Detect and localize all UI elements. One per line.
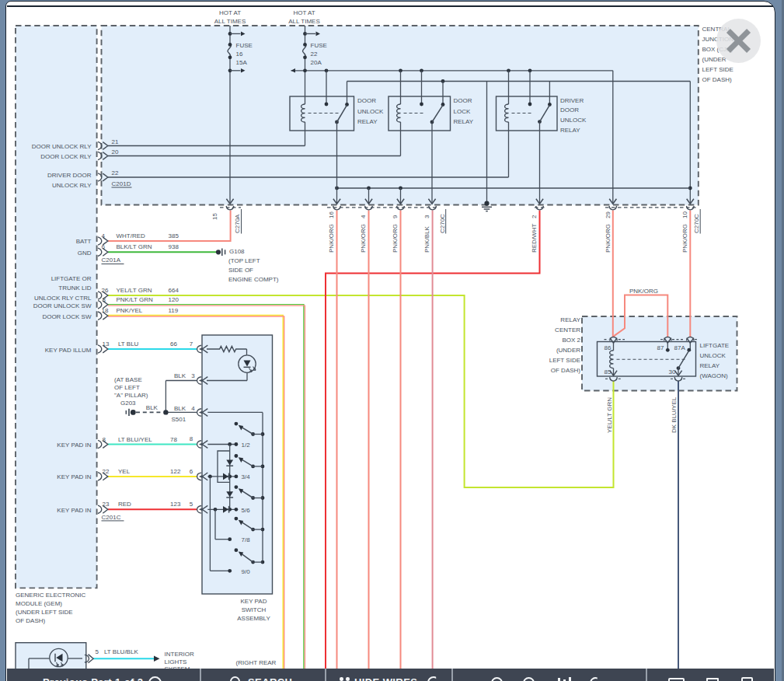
svg-text:KEY PAD ILLUM: KEY PAD ILLUM — [45, 347, 92, 354]
svg-text:LIFTGATE OR: LIFTGATE OR — [51, 275, 92, 282]
svg-text:UNLOCK: UNLOCK — [700, 352, 727, 359]
svg-text:S501: S501 — [172, 416, 186, 423]
svg-text:119: 119 — [169, 307, 179, 314]
svg-text:C270C: C270C — [439, 214, 446, 233]
svg-text:BATT: BATT — [76, 238, 92, 245]
svg-text:UNLOCK RLY: UNLOCK RLY — [52, 182, 92, 189]
svg-text:DOOR LOCK SW: DOOR LOCK SW — [42, 313, 92, 320]
svg-text:22: 22 — [103, 468, 110, 475]
svg-text:15: 15 — [211, 213, 218, 220]
svg-text:PNK/LT GRN: PNK/LT GRN — [117, 296, 153, 303]
svg-text:ALL TIMES: ALL TIMES — [288, 18, 319, 25]
svg-text:6: 6 — [102, 243, 106, 250]
svg-text:FUSE: FUSE — [236, 42, 253, 49]
svg-text:LT BLU/BLK: LT BLU/BLK — [104, 648, 138, 655]
svg-text:HOT AT: HOT AT — [219, 9, 241, 16]
svg-text:4: 4 — [102, 232, 106, 239]
svg-text:9: 9 — [392, 215, 399, 218]
svg-text:PNK/ORG: PNK/ORG — [629, 288, 658, 295]
svg-text:3: 3 — [423, 215, 430, 218]
svg-text:BOX 2: BOX 2 — [562, 337, 580, 344]
svg-text:664: 664 — [169, 287, 179, 294]
svg-text:OF DASH): OF DASH) — [551, 367, 581, 374]
svg-text:21: 21 — [112, 138, 119, 145]
svg-text:UNLOCK: UNLOCK — [560, 117, 587, 124]
svg-text:4: 4 — [191, 405, 195, 412]
svg-text:DOOR LOCK RLY: DOOR LOCK RLY — [40, 153, 92, 160]
svg-text:KEY PAD: KEY PAD — [241, 598, 267, 605]
svg-text:4: 4 — [360, 215, 367, 218]
svg-text:PNK/ORG: PNK/ORG — [605, 224, 612, 253]
svg-text:(AT BASE: (AT BASE — [114, 376, 142, 383]
svg-text:3: 3 — [191, 372, 195, 379]
svg-text:C201C: C201C — [102, 514, 121, 521]
svg-text:2: 2 — [531, 215, 538, 218]
svg-text:15A: 15A — [236, 59, 248, 66]
svg-text:INTERIOR: INTERIOR — [165, 651, 194, 658]
svg-text:26: 26 — [102, 287, 109, 294]
svg-text:DRIVER DOOR: DRIVER DOOR — [47, 172, 92, 179]
svg-text:BLK: BLK — [146, 404, 159, 411]
svg-text:20A: 20A — [311, 59, 322, 66]
svg-text:C270C: C270C — [693, 214, 700, 233]
svg-text:UNLOCK RLY CTRL: UNLOCK RLY CTRL — [34, 295, 92, 302]
svg-text:5/6: 5/6 — [242, 507, 251, 514]
svg-text:OF DASH): OF DASH) — [702, 76, 733, 83]
svg-text:18: 18 — [102, 307, 109, 314]
svg-text:8: 8 — [103, 436, 106, 443]
svg-text:PNK/ORG: PNK/ORG — [328, 224, 335, 253]
svg-text:85: 85 — [605, 368, 612, 375]
svg-text:8: 8 — [103, 296, 106, 303]
svg-text:123: 123 — [170, 501, 181, 508]
svg-text:G108: G108 — [229, 248, 245, 255]
svg-text:LIGHTS: LIGHTS — [165, 658, 187, 665]
svg-text:122: 122 — [170, 468, 181, 475]
svg-text:8: 8 — [190, 435, 193, 442]
svg-text:LIFTGATE: LIFTGATE — [700, 342, 730, 349]
svg-text:(UNDER LEFT SIDE: (UNDER LEFT SIDE — [16, 609, 73, 616]
svg-text:BLK: BLK — [174, 405, 186, 412]
svg-text:BLK/LT GRN: BLK/LT GRN — [117, 243, 152, 250]
svg-text:87: 87 — [657, 344, 664, 351]
svg-text:"A" PILLAR): "A" PILLAR) — [114, 392, 148, 399]
svg-text:CENTER: CENTER — [555, 327, 580, 334]
svg-text:(WAGON): (WAGON) — [700, 372, 728, 379]
svg-text:C201D: C201D — [112, 180, 131, 187]
svg-text:938: 938 — [169, 243, 179, 250]
svg-text:RELAY: RELAY — [357, 118, 378, 125]
svg-text:KEY PAD IN: KEY PAD IN — [57, 442, 91, 449]
svg-text:MODULE (GEM): MODULE (GEM) — [16, 600, 62, 607]
svg-text:KEY PAD IN: KEY PAD IN — [57, 473, 91, 480]
svg-text:DOOR: DOOR — [560, 107, 579, 114]
svg-text:C270A: C270A — [234, 214, 241, 233]
svg-text:29: 29 — [605, 211, 612, 218]
svg-text:ASSEMBLY: ASSEMBLY — [237, 615, 270, 622]
svg-text:LEFT SIDE: LEFT SIDE — [549, 357, 580, 364]
svg-text:PNK/ORG: PNK/ORG — [360, 224, 367, 253]
svg-text:PNK/ORG: PNK/ORG — [681, 224, 688, 253]
svg-text:RED: RED — [118, 501, 131, 508]
svg-text:120: 120 — [169, 296, 179, 303]
svg-text:HOT AT: HOT AT — [293, 9, 315, 16]
svg-text:ENGINE COMPT): ENGINE COMPT) — [228, 276, 279, 283]
svg-text:DOOR: DOOR — [357, 97, 376, 104]
svg-text:(RIGHT REAR: (RIGHT REAR — [236, 659, 277, 666]
svg-text:7: 7 — [190, 340, 193, 347]
svg-text:(TOP LEFT: (TOP LEFT — [228, 257, 260, 264]
svg-text:YEL/LT GRN: YEL/LT GRN — [606, 397, 613, 433]
svg-text:YEL: YEL — [118, 468, 131, 475]
svg-text:LEFT SIDE: LEFT SIDE — [702, 66, 733, 73]
svg-text:PNK/BLK: PNK/BLK — [423, 226, 430, 253]
svg-text:SWITCH: SWITCH — [242, 606, 267, 613]
svg-text:LT BLU/YEL: LT BLU/YEL — [118, 436, 152, 443]
svg-text:LOCK: LOCK — [454, 108, 471, 115]
svg-text:PNK/ORG: PNK/ORG — [392, 224, 399, 253]
svg-text:385: 385 — [169, 232, 179, 239]
svg-text:1/2: 1/2 — [242, 442, 251, 449]
svg-text:86: 86 — [605, 344, 612, 351]
svg-text:87A: 87A — [674, 344, 686, 351]
svg-text:OF LEFT: OF LEFT — [114, 384, 140, 391]
svg-text:ALL TIMES: ALL TIMES — [214, 18, 246, 25]
svg-text:10: 10 — [681, 211, 688, 218]
svg-text:20: 20 — [112, 148, 119, 155]
